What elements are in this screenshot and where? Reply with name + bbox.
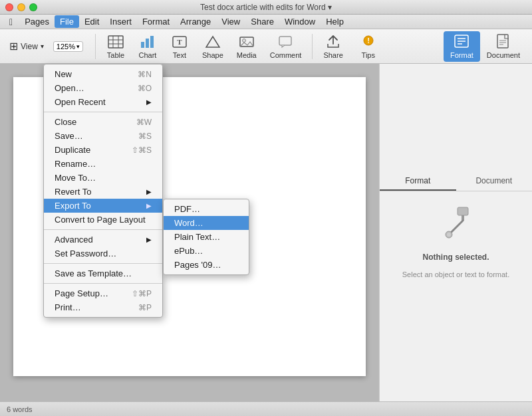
view-icon: ⊞	[9, 40, 18, 52]
menu-open-recent[interactable]: Open Recent ▶	[44, 95, 162, 109]
view-button[interactable]: ⊞ View ▾	[5, 39, 48, 54]
toolbar-separator-2	[312, 34, 313, 59]
tips-icon: !	[359, 34, 378, 50]
menu-close[interactable]: Close ⌘W	[44, 115, 162, 129]
menu-sep-4	[44, 283, 162, 284]
menu-bar:  Pages File Edit Insert Format Arrange …	[0, 15, 532, 29]
toolbar-left: ⊞ View ▾ 125% ▾	[5, 39, 83, 54]
file-menu-panel: New ⌘N Open… ⌘O Open Recent ▶ Close ⌘W S…	[43, 64, 163, 318]
menu-duplicate[interactable]: Duplicate ⇧⌘S	[44, 143, 162, 157]
menu-pages[interactable]: Pages	[19, 15, 55, 28]
svg-text:T: T	[177, 38, 182, 46]
menu-help[interactable]: Help	[321, 15, 349, 28]
share-icon	[324, 34, 342, 50]
menu-page-setup[interactable]: Page Setup… ⇧⌘P	[44, 286, 162, 300]
shape-button[interactable]: Shape	[197, 31, 229, 62]
menu-file[interactable]: File	[55, 15, 79, 28]
tips-button[interactable]: ! Tips	[354, 31, 383, 62]
format-icon	[453, 34, 470, 50]
zoom-value: 125%	[57, 43, 75, 51]
svg-text:!: !	[367, 37, 370, 45]
right-panel: Format Document Nothing selected. Select…	[379, 64, 532, 401]
close-button[interactable]	[5, 3, 13, 11]
menu-window[interactable]: Window	[279, 15, 321, 28]
toolbar-right: Format Document	[444, 31, 527, 62]
svg-point-28	[447, 233, 451, 237]
export-epub[interactable]: ePub…	[164, 244, 249, 258]
menu-move-to[interactable]: Move To…	[44, 171, 162, 185]
nothing-selected-title: Nothing selected.	[422, 253, 489, 262]
chart-button[interactable]: Chart	[133, 31, 162, 62]
toolbar-separator-1	[95, 34, 96, 59]
svg-rect-13	[279, 37, 291, 45]
menu-set-password[interactable]: Set Password…	[44, 247, 162, 260]
svg-point-12	[242, 39, 245, 42]
word-count: 6 words	[7, 405, 33, 413]
format-tab[interactable]: Format	[380, 172, 456, 191]
zoom-chevron-icon: ▾	[76, 43, 80, 50]
menu-edit[interactable]: Edit	[79, 15, 104, 28]
paintbrush-icon	[436, 205, 475, 245]
document-label: Document	[487, 51, 520, 59]
apple-menu[interactable]: 	[3, 15, 19, 29]
svg-rect-20	[497, 35, 508, 48]
menu-sep-3	[44, 263, 162, 264]
menu-share[interactable]: Share	[245, 15, 279, 28]
export-plain-text[interactable]: Plain Text…	[164, 230, 249, 244]
menu-revert-to[interactable]: Revert To ▶	[44, 185, 162, 199]
menu-save[interactable]: Save… ⌘S	[44, 129, 162, 143]
media-button[interactable]: Media	[231, 31, 262, 62]
window-controls[interactable]	[0, 3, 37, 11]
export-pdf[interactable]: PDF…	[164, 202, 249, 216]
svg-rect-0	[108, 36, 123, 48]
menu-convert[interactable]: Convert to Page Layout	[44, 213, 162, 227]
toolbar: ⊞ View ▾ 125% ▾ Table Chart T Text Sh	[0, 29, 532, 64]
maximize-button[interactable]	[29, 3, 37, 11]
nothing-selected-panel: Nothing selected. Select an object or te…	[389, 191, 523, 293]
view-control: ⊞ View ▾	[5, 39, 48, 54]
menu-arrange[interactable]: Arrange	[175, 15, 216, 28]
menu-print[interactable]: Print… ⌘P	[44, 300, 162, 314]
shape-label: Shape	[202, 51, 223, 59]
menu-new[interactable]: New ⌘N	[44, 67, 162, 81]
svg-rect-24	[458, 207, 468, 215]
tips-label: Tips	[362, 51, 375, 59]
menu-insert[interactable]: Insert	[104, 15, 137, 28]
document-tab[interactable]: Document	[456, 172, 533, 191]
comment-icon	[277, 34, 295, 50]
share-button[interactable]: Share	[318, 31, 348, 62]
panel-tabs: Format Document	[380, 172, 532, 191]
menu-format[interactable]: Format	[137, 15, 175, 28]
media-icon	[237, 34, 256, 50]
zoom-control[interactable]: 125% ▾	[53, 41, 83, 52]
chart-icon	[138, 34, 157, 50]
file-menu-dropdown: New ⌘N Open… ⌘O Open Recent ▶ Close ⌘W S…	[43, 64, 163, 318]
status-bar: 6 words	[0, 401, 532, 416]
svg-rect-5	[141, 42, 144, 48]
format-panel-button[interactable]: Format	[444, 31, 480, 62]
menu-save-template[interactable]: Save as Template…	[44, 266, 162, 280]
text-icon: T	[170, 34, 189, 50]
text-button[interactable]: T Text	[165, 31, 194, 62]
export-pages09[interactable]: Pages '09…	[164, 258, 249, 272]
table-button[interactable]: Table	[101, 31, 130, 62]
menu-view[interactable]: View	[216, 15, 245, 28]
export-word[interactable]: Word…	[164, 216, 249, 230]
menu-advanced[interactable]: Advanced ▶	[44, 233, 162, 247]
share-label: Share	[323, 51, 342, 59]
menu-rename[interactable]: Rename…	[44, 157, 162, 171]
document-panel-button[interactable]: Document	[480, 31, 527, 62]
menu-export-to[interactable]: Export To ▶	[44, 199, 162, 213]
window-title: Test docx article with edits for Word ▾	[200, 3, 332, 12]
minimize-button[interactable]	[17, 3, 25, 11]
comment-button[interactable]: Comment	[265, 31, 307, 62]
menu-sep-2	[44, 229, 162, 230]
chart-label: Chart	[138, 51, 156, 59]
format-label: Format	[450, 51, 473, 59]
text-label: Text	[173, 51, 186, 59]
nothing-selected-subtitle: Select an object or text to format.	[402, 270, 509, 280]
table-label: Table	[107, 51, 124, 59]
menu-open[interactable]: Open… ⌘O	[44, 81, 162, 95]
document-icon	[495, 34, 512, 50]
view-chevron-icon: ▾	[41, 43, 44, 50]
